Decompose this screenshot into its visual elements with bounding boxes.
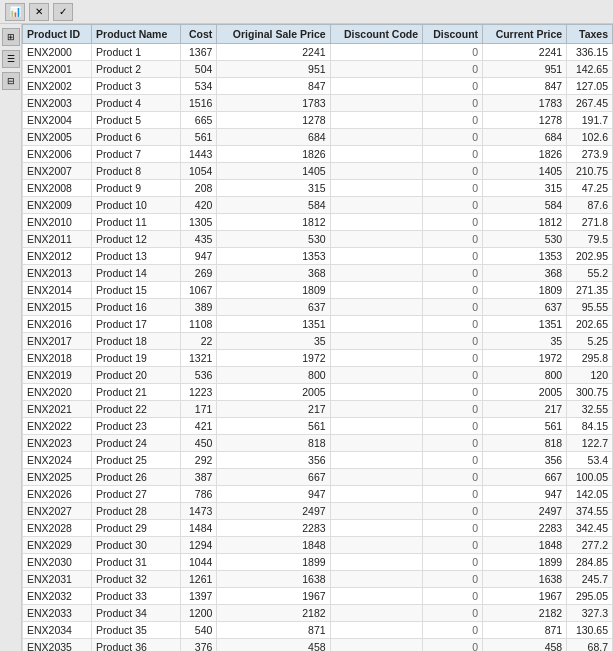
detail-icon-btn[interactable]: ⊟ (2, 72, 20, 90)
table-container[interactable]: Product IDProduct NameCostOriginal Sale … (22, 24, 613, 651)
cell-2-2: 534 (181, 78, 217, 95)
cell-9-3: 584 (217, 197, 330, 214)
cell-33-5: 0 (423, 605, 483, 622)
cell-33-1: Product 34 (92, 605, 181, 622)
cell-11-4 (330, 231, 422, 248)
cell-6-4 (330, 146, 422, 163)
table-row[interactable]: ENX2025Product 263876670667100.05 (23, 469, 613, 486)
table-row[interactable]: ENX2010Product 111305181201812271.8 (23, 214, 613, 231)
table-row[interactable]: ENX2034Product 355408710871130.65 (23, 622, 613, 639)
cell-17-7: 5.25 (567, 333, 613, 350)
cell-13-0: ENX2013 (23, 265, 92, 282)
table-row[interactable]: ENX2017Product 1822350355.25 (23, 333, 613, 350)
table-row[interactable]: ENX2014Product 151067180901809271.35 (23, 282, 613, 299)
cell-19-0: ENX2019 (23, 367, 92, 384)
cell-18-0: ENX2018 (23, 350, 92, 367)
table-row[interactable]: ENX2004Product 5665127801278191.7 (23, 112, 613, 129)
table-row[interactable]: ENX2012Product 13947135301353202.95 (23, 248, 613, 265)
grid-icon-btn[interactable]: ⊞ (2, 28, 20, 46)
cell-3-6: 1783 (483, 95, 567, 112)
table-row[interactable]: ENX2018Product 191321197201972295.8 (23, 350, 613, 367)
cell-23-4 (330, 435, 422, 452)
cell-21-4 (330, 401, 422, 418)
table-row[interactable]: ENX2005Product 65616840684102.6 (23, 129, 613, 146)
table-row[interactable]: ENX2011Product 12435530053079.5 (23, 231, 613, 248)
close-icon: ✕ (35, 6, 43, 17)
cell-29-4 (330, 537, 422, 554)
table-row[interactable]: ENX2023Product 244508180818122.7 (23, 435, 613, 452)
cell-32-0: ENX2032 (23, 588, 92, 605)
check-button[interactable]: ✓ (53, 3, 73, 21)
table-row[interactable]: ENX2020Product 211223200502005300.75 (23, 384, 613, 401)
cell-16-3: 1351 (217, 316, 330, 333)
list-icon-btn[interactable]: ☰ (2, 50, 20, 68)
cell-32-1: Product 33 (92, 588, 181, 605)
table-row[interactable]: ENX2032Product 331397196701967295.05 (23, 588, 613, 605)
cell-11-3: 530 (217, 231, 330, 248)
cell-5-6: 684 (483, 129, 567, 146)
cell-9-4 (330, 197, 422, 214)
table-row[interactable]: ENX2016Product 171108135101351202.65 (23, 316, 613, 333)
cell-29-2: 1294 (181, 537, 217, 554)
table-row[interactable]: ENX2006Product 71443182601826273.9 (23, 146, 613, 163)
cell-31-7: 245.7 (567, 571, 613, 588)
chart-button[interactable]: 📊 (5, 3, 25, 21)
cell-5-3: 684 (217, 129, 330, 146)
table-row[interactable]: ENX2019Product 205368000800120 (23, 367, 613, 384)
table-row[interactable]: ENX2030Product 311044189901899284.85 (23, 554, 613, 571)
table-row[interactable]: ENX2013Product 14269368036855.2 (23, 265, 613, 282)
cell-10-7: 271.8 (567, 214, 613, 231)
cell-22-5: 0 (423, 418, 483, 435)
table-row[interactable]: ENX2008Product 9208315031547.25 (23, 180, 613, 197)
table-row[interactable]: ENX2001Product 25049510951142.65 (23, 61, 613, 78)
close-button[interactable]: ✕ (29, 3, 49, 21)
table-row[interactable]: ENX2000Product 11367224102241336.15 (23, 44, 613, 61)
table-row[interactable]: ENX2003Product 41516178301783267.45 (23, 95, 613, 112)
cell-6-1: Product 7 (92, 146, 181, 163)
table-row[interactable]: ENX2002Product 35348470847127.05 (23, 78, 613, 95)
cell-32-7: 295.05 (567, 588, 613, 605)
cell-0-2: 1367 (181, 44, 217, 61)
cell-4-4 (330, 112, 422, 129)
table-row[interactable]: ENX2028Product 291484228302283342.45 (23, 520, 613, 537)
cell-11-0: ENX2011 (23, 231, 92, 248)
table-row[interactable]: ENX2022Product 23421561056184.15 (23, 418, 613, 435)
table-row[interactable]: ENX2027Product 281473249702497374.55 (23, 503, 613, 520)
cell-21-3: 217 (217, 401, 330, 418)
chart-icon: 📊 (9, 6, 21, 17)
cell-9-5: 0 (423, 197, 483, 214)
cell-14-1: Product 15 (92, 282, 181, 299)
cell-14-7: 271.35 (567, 282, 613, 299)
cell-10-1: Product 11 (92, 214, 181, 231)
cell-0-0: ENX2000 (23, 44, 92, 61)
table-row[interactable]: ENX2024Product 25292356035653.4 (23, 452, 613, 469)
table-row[interactable]: ENX2031Product 321261163801638245.7 (23, 571, 613, 588)
table-row[interactable]: ENX2015Product 16389637063795.55 (23, 299, 613, 316)
table-row[interactable]: ENX2029Product 301294184801848277.2 (23, 537, 613, 554)
cell-31-4 (330, 571, 422, 588)
table-row[interactable]: ENX2007Product 81054140501405210.75 (23, 163, 613, 180)
cell-24-1: Product 25 (92, 452, 181, 469)
cell-33-6: 2182 (483, 605, 567, 622)
cell-10-3: 1812 (217, 214, 330, 231)
cell-27-4 (330, 503, 422, 520)
data-table: Product IDProduct NameCostOriginal Sale … (22, 24, 613, 651)
cell-2-1: Product 3 (92, 78, 181, 95)
table-row[interactable]: ENX2033Product 341200218202182327.3 (23, 605, 613, 622)
cell-27-1: Product 28 (92, 503, 181, 520)
cell-17-4 (330, 333, 422, 350)
cell-24-7: 53.4 (567, 452, 613, 469)
table-row[interactable]: ENX2009Product 10420584058487.6 (23, 197, 613, 214)
cell-14-2: 1067 (181, 282, 217, 299)
table-row[interactable]: ENX2026Product 277869470947142.05 (23, 486, 613, 503)
table-row[interactable]: ENX2021Product 22171217021732.55 (23, 401, 613, 418)
cell-19-5: 0 (423, 367, 483, 384)
cell-8-1: Product 9 (92, 180, 181, 197)
cell-2-5: 0 (423, 78, 483, 95)
cell-23-6: 818 (483, 435, 567, 452)
cell-17-2: 22 (181, 333, 217, 350)
cell-8-6: 315 (483, 180, 567, 197)
cell-14-3: 1809 (217, 282, 330, 299)
cell-33-3: 2182 (217, 605, 330, 622)
table-row[interactable]: ENX2035Product 36376458045868.7 (23, 639, 613, 652)
